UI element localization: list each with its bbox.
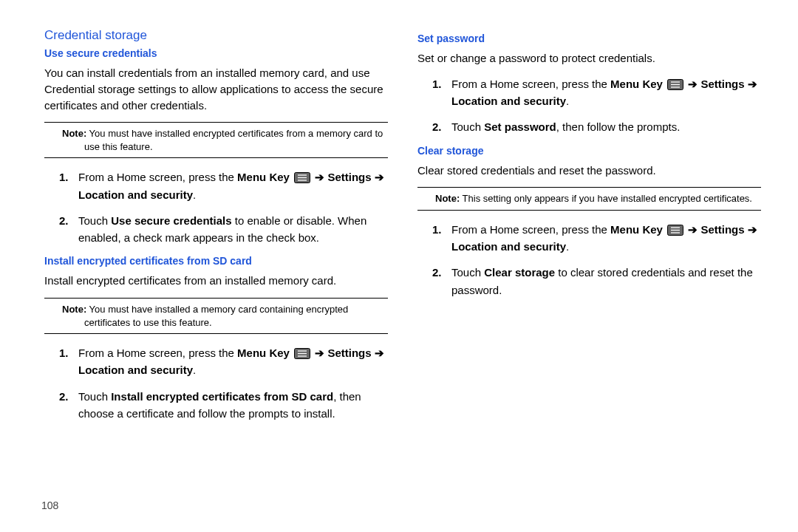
step-text: From a Home screen, press the bbox=[78, 347, 237, 359]
note-label: Note: bbox=[435, 193, 460, 204]
settings-label: Settings bbox=[700, 78, 744, 90]
step-text: , then follow the prompts. bbox=[556, 120, 681, 133]
period: . bbox=[566, 95, 569, 107]
menu-key-label: Menu Key bbox=[237, 171, 290, 183]
note-text: You must have installed encrypted certif… bbox=[84, 128, 383, 152]
menu-key-icon bbox=[667, 225, 683, 236]
paragraph: Install encrypted certificates from an i… bbox=[44, 273, 388, 289]
step-text: Touch bbox=[78, 214, 111, 227]
arrow-icon: ➔ bbox=[372, 171, 384, 183]
note-box: Note: You must have installed encrypted … bbox=[44, 122, 388, 158]
arrow-icon: ➔ bbox=[372, 347, 384, 359]
settings-label: Settings bbox=[327, 171, 371, 183]
period: . bbox=[193, 188, 196, 201]
step-item: From a Home screen, press the Menu Key ➔… bbox=[78, 168, 388, 203]
paragraph: Set or change a password to protect cred… bbox=[417, 50, 761, 66]
period: . bbox=[193, 364, 196, 376]
step-text: From a Home screen, press the bbox=[451, 78, 610, 90]
arrow-icon: ➔ bbox=[312, 347, 327, 359]
menu-key-icon bbox=[667, 79, 683, 90]
menu-key-label: Menu Key bbox=[610, 223, 663, 236]
note-box: Note: This setting only appears if you h… bbox=[417, 187, 761, 211]
step-item: Touch Set password, then follow the prom… bbox=[451, 118, 761, 135]
paragraph: Clear stored credentials and reset the p… bbox=[417, 163, 761, 179]
paragraph: You can install credentials from an inst… bbox=[44, 65, 388, 113]
step-text: Touch bbox=[451, 120, 484, 133]
arrow-icon: ➔ bbox=[745, 78, 757, 90]
menu-key-label: Menu Key bbox=[610, 78, 663, 90]
menu-key-icon bbox=[294, 172, 310, 183]
subheading-install-certificates: Install encrypted certificates from SD c… bbox=[44, 255, 388, 267]
note-text: You must have installed a memory card co… bbox=[84, 304, 348, 328]
settings-label: Settings bbox=[327, 347, 371, 359]
steps-list: From a Home screen, press the Menu Key ➔… bbox=[44, 168, 388, 246]
step-text: Touch bbox=[78, 390, 111, 403]
step-item: Touch Clear storage to clear stored cred… bbox=[451, 264, 761, 299]
arrow-icon: ➔ bbox=[745, 223, 757, 236]
location-security-label: Location and security bbox=[451, 240, 566, 253]
step-item: Touch Use secure credentials to enable o… bbox=[78, 212, 388, 247]
step-item: From a Home screen, press the Menu Key ➔… bbox=[451, 75, 761, 110]
page-number: 108 bbox=[41, 499, 58, 511]
period: . bbox=[566, 240, 569, 253]
step-item: From a Home screen, press the Menu Key ➔… bbox=[78, 344, 388, 379]
settings-label: Settings bbox=[700, 223, 744, 236]
location-security-label: Location and security bbox=[78, 188, 193, 201]
menu-key-icon bbox=[294, 348, 310, 359]
bold-action: Set password bbox=[484, 120, 556, 133]
step-text: Touch bbox=[451, 266, 484, 279]
note-label: Note: bbox=[62, 304, 86, 315]
note-text: This setting only appears if you have in… bbox=[460, 193, 752, 204]
note-label: Note: bbox=[62, 128, 86, 139]
arrow-icon: ➔ bbox=[685, 223, 700, 236]
step-item: From a Home screen, press the Menu Key ➔… bbox=[451, 221, 761, 256]
steps-list: From a Home screen, press the Menu Key ➔… bbox=[44, 344, 388, 422]
location-security-label: Location and security bbox=[451, 95, 566, 107]
steps-list: From a Home screen, press the Menu Key ➔… bbox=[417, 75, 761, 136]
left-column: Credential storage Use secure credential… bbox=[44, 28, 388, 431]
bold-action: Use secure credentials bbox=[111, 214, 231, 227]
steps-list: From a Home screen, press the Menu Key ➔… bbox=[417, 221, 761, 299]
note-box: Note: You must have installed a memory c… bbox=[44, 298, 388, 334]
page-content: Credential storage Use secure credential… bbox=[0, 0, 798, 431]
subheading-use-secure-credentials: Use secure credentials bbox=[44, 47, 388, 59]
subheading-set-password: Set password bbox=[417, 33, 761, 44]
section-title: Credential storage bbox=[44, 28, 388, 43]
bold-action: Clear storage bbox=[484, 266, 555, 279]
right-column: Set password Set or change a password to… bbox=[417, 28, 761, 431]
menu-key-label: Menu Key bbox=[237, 347, 290, 359]
step-item: Touch Install encrypted certificates fro… bbox=[78, 388, 388, 423]
arrow-icon: ➔ bbox=[312, 171, 327, 183]
step-text: From a Home screen, press the bbox=[451, 223, 610, 236]
subheading-clear-storage: Clear storage bbox=[417, 145, 761, 157]
arrow-icon: ➔ bbox=[685, 78, 700, 90]
step-text: From a Home screen, press the bbox=[78, 171, 237, 183]
location-security-label: Location and security bbox=[78, 364, 193, 376]
bold-action: Install encrypted certificates from SD c… bbox=[111, 390, 333, 403]
